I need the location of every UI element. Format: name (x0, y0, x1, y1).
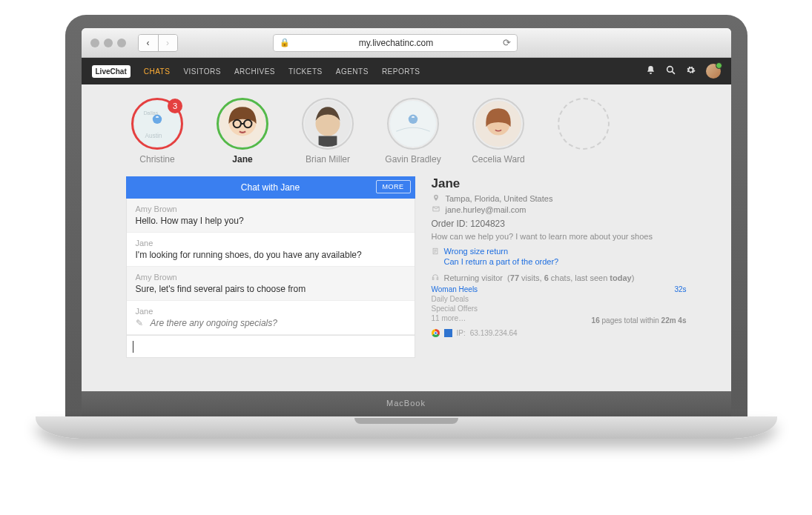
workspace: Chat with Jane MORE Amy Brown Hello. How… (126, 176, 687, 358)
window-dot[interactable] (117, 39, 126, 47)
avatar (472, 98, 524, 150)
visitor-cecelia[interactable]: Cecelia Ward (467, 98, 530, 165)
menu-item-agents[interactable]: AGENTS (336, 67, 369, 76)
avatar-map (390, 101, 436, 147)
message: Amy Brown Hello. How may I help you? (127, 199, 415, 233)
help-links: Wrong size return Can I return a part of… (432, 247, 687, 266)
avatar-empty (558, 98, 610, 150)
avatar (302, 98, 354, 150)
menu-item-chats[interactable]: CHATS (144, 67, 171, 76)
typing-author: Jane (136, 307, 406, 316)
logo[interactable]: LiveChat (92, 65, 131, 78)
page-title: Daily Deals (432, 295, 469, 303)
message-author: Jane (136, 239, 406, 247)
messages: Amy Brown Hello. How may I help you? Jan… (126, 199, 415, 336)
message: Amy Brown Sure, let's find several pairs… (127, 267, 415, 301)
svg-rect-24 (432, 278, 434, 280)
avatar-person (305, 101, 351, 147)
menu-item-reports[interactable]: REPORTS (382, 67, 420, 76)
pin-icon (432, 194, 440, 203)
back-button[interactable]: ‹ (139, 35, 158, 51)
more-button[interactable]: MORE (376, 180, 411, 193)
lock-icon: 🔒 (280, 38, 290, 47)
empty (561, 101, 607, 147)
unread-badge: 3 (168, 99, 182, 113)
order-label: Order ID: (432, 219, 468, 229)
svg-line-1 (672, 71, 675, 74)
screen: ‹ › 🔒 my.livechatinc.com ⟳ LiveChat CHAT… (82, 28, 731, 391)
order-line: Order ID: 1204823 (432, 219, 687, 229)
pages-list: Woman Heels 32s Daily Deals Special Offe… (432, 285, 687, 325)
page-row[interactable]: Woman Heels 32s (432, 285, 687, 293)
visitor-status: Returning visitor (444, 273, 503, 282)
avatar-person (219, 101, 265, 147)
help-link[interactable]: Wrong size return (444, 247, 559, 256)
chat-header: Chat with Jane MORE (126, 176, 415, 199)
window-controls (90, 39, 126, 47)
gear-icon[interactable] (686, 65, 696, 77)
typing-indicator: Jane ✎ Are there any ongoing specials? (127, 301, 415, 335)
current-user-avatar[interactable] (706, 64, 721, 79)
message-author: Amy Brown (136, 273, 406, 282)
typing-text: Are there any ongoing specials? (151, 318, 277, 328)
location-text: Tampa, Florida, United States (446, 194, 553, 203)
ip-label: IP: (457, 329, 466, 337)
pages-summary-row: 11 more… 16 pages total within 22m 4s (432, 314, 687, 325)
device-brand: MacBook (82, 391, 731, 408)
message-text: Hello. How may I help you? (136, 216, 406, 226)
visitor-empty-slot[interactable] (552, 98, 615, 154)
main-menu: CHATS VISITORS ARCHIVES TICKETS AGENTS R… (144, 67, 420, 76)
help-link[interactable]: Can I return a part of the order? (444, 257, 559, 266)
visitor-gavin[interactable]: Gavin Bradley (382, 98, 445, 165)
visitor-name: Brian Miller (306, 154, 350, 165)
page-row[interactable]: Daily Deals (432, 295, 687, 303)
visitor-details: Jane Tampa, Florida, United States (432, 176, 687, 358)
address-bar[interactable]: 🔒 my.livechatinc.com ⟳ (273, 34, 518, 52)
browser-toolbar: ‹ › 🔒 my.livechatinc.com ⟳ (82, 28, 731, 58)
screen-bezel: ‹ › 🔒 my.livechatinc.com ⟳ LiveChat CHAT… (65, 15, 747, 416)
visitor-name: Jane (232, 154, 252, 165)
menu-item-visitors[interactable]: VISITORS (183, 67, 221, 76)
visitor-title: Jane (432, 176, 687, 191)
visitor-brian[interactable]: Brian Miller (297, 98, 360, 165)
message-author: Amy Brown (136, 205, 406, 213)
content: AustinDallas 3 Christine (82, 84, 731, 391)
ip-value: 63.139.234.64 (470, 329, 518, 337)
page-time: 32s (674, 285, 686, 293)
location-line: Tampa, Florida, United States (432, 194, 687, 203)
svg-text:Dallas: Dallas (143, 110, 158, 116)
search-icon[interactable] (666, 65, 676, 77)
pages-total: 16 pages total within 22m 4s (592, 316, 687, 325)
avatar-person (475, 101, 521, 147)
chat-header-title: Chat with Jane (241, 182, 300, 193)
visitor-christine[interactable]: AustinDallas 3 Christine (126, 98, 189, 165)
window-dot[interactable] (104, 39, 113, 47)
visitor-jane[interactable]: Jane (211, 98, 274, 165)
headset-icon (432, 273, 439, 282)
page-row[interactable]: Special Offers (432, 305, 687, 313)
menu-item-archives[interactable]: ARCHIVES (234, 67, 275, 76)
avatar (387, 98, 439, 150)
page-title: Special Offers (432, 305, 478, 313)
pencil-icon: ✎ (136, 318, 143, 328)
more-pages[interactable]: 11 more… (432, 314, 466, 325)
help-question: How can we help you? I want to learn mor… (432, 232, 687, 241)
top-nav: LiveChat CHATS VISITORS ARCHIVES TICKETS… (82, 58, 731, 84)
email-text: jane.hurley@mail.com (446, 205, 527, 214)
window-dot[interactable] (90, 39, 99, 47)
app: LiveChat CHATS VISITORS ARCHIVES TICKETS… (82, 58, 731, 391)
forward-button[interactable]: › (158, 35, 177, 51)
message-composer[interactable] (126, 336, 415, 358)
bell-icon[interactable] (646, 65, 656, 77)
menu-item-tickets[interactable]: TICKETS (288, 67, 323, 76)
avatar (217, 98, 268, 150)
email-line: jane.hurley@mail.com (432, 205, 687, 214)
message-text: I'm looking for running shoes, do you ha… (136, 250, 406, 260)
visitor-name: Christine (139, 154, 174, 165)
laptop-hinge: MacBook (82, 391, 731, 416)
visitor-name: Cecelia Ward (472, 154, 525, 165)
visits-line: Returning visitor (77 visits, 6 chats, l… (432, 273, 687, 282)
reload-icon[interactable]: ⟳ (503, 37, 511, 48)
windows-icon (444, 329, 452, 337)
svg-text:Austin: Austin (145, 133, 162, 139)
